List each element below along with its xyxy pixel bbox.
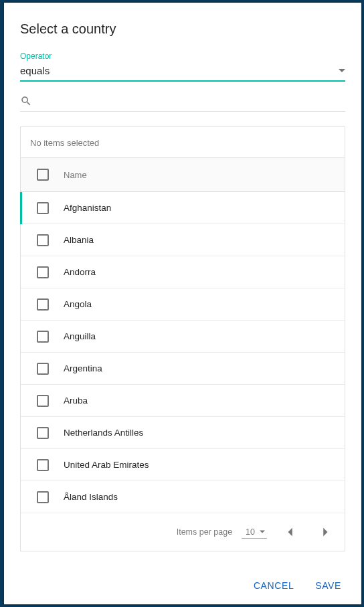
row-checkbox[interactable]	[37, 202, 49, 214]
row-label: Åland Islands	[64, 492, 118, 502]
save-button[interactable]: Save	[307, 575, 349, 596]
page-size-value: 10	[246, 527, 255, 537]
row-checkbox[interactable]	[37, 234, 49, 246]
chevron-down-icon	[339, 69, 345, 72]
dialog-actions: Cancel Save	[4, 567, 361, 604]
table-row[interactable]: Aruba	[21, 385, 345, 417]
chevron-right-icon	[323, 527, 329, 537]
next-page-button[interactable]	[312, 519, 339, 545]
row-label: United Arab Emirates	[64, 460, 149, 470]
row-label: Anguilla	[64, 331, 96, 341]
row-label: Aruba	[64, 396, 88, 406]
column-header-name: Name	[64, 170, 87, 180]
search-field[interactable]	[20, 95, 345, 112]
operator-field: Operator equals	[20, 52, 345, 82]
table-row[interactable]: Netherlands Antilles	[21, 417, 345, 449]
row-label: Argentina	[64, 363, 102, 373]
row-checkbox[interactable]	[37, 266, 49, 278]
pagination: Items per page 10	[21, 513, 345, 551]
row-label: Andorra	[64, 267, 96, 277]
country-selector-dialog: Select a country Operator equals No item…	[4, 3, 361, 604]
row-label: Netherlands Antilles	[64, 428, 143, 438]
row-label: Afghanistan	[64, 203, 111, 213]
select-all-checkbox[interactable]	[37, 169, 49, 181]
items-per-page-label: Items per page	[177, 527, 232, 537]
prev-page-button[interactable]	[276, 519, 303, 545]
dialog-content: Select a country Operator equals No item…	[4, 3, 361, 567]
row-checkbox[interactable]	[37, 331, 49, 343]
chevron-down-icon	[260, 531, 265, 533]
page-size-select[interactable]: 10	[242, 526, 267, 539]
chevron-left-icon	[286, 527, 293, 537]
table-row[interactable]: Åland Islands	[21, 481, 345, 513]
table-row[interactable]: United Arab Emirates	[21, 449, 345, 481]
operator-label: Operator	[20, 52, 345, 61]
selection-status: No items selected	[21, 127, 345, 157]
table-row[interactable]: Andorra	[21, 256, 345, 288]
cancel-button[interactable]: Cancel	[246, 575, 302, 596]
row-checkbox[interactable]	[37, 491, 49, 503]
selection-panel: No items selected Name Afghanistan Alban…	[20, 126, 345, 551]
table-row[interactable]: Anguilla	[21, 321, 345, 353]
table-row[interactable]: Afghanistan	[21, 192, 345, 224]
row-checkbox[interactable]	[37, 363, 49, 375]
row-checkbox[interactable]	[37, 298, 49, 311]
operator-select[interactable]: equals	[20, 62, 345, 82]
operator-value: equals	[20, 65, 50, 76]
row-label: Angola	[64, 299, 92, 309]
table-header: Name	[21, 157, 345, 192]
search-input[interactable]	[40, 96, 345, 106]
table-row[interactable]: Argentina	[21, 353, 345, 385]
dialog-title: Select a country	[20, 21, 345, 37]
row-checkbox[interactable]	[37, 459, 49, 471]
table-row[interactable]: Angola	[21, 288, 345, 321]
table-row[interactable]: Albania	[21, 224, 345, 256]
row-label: Albania	[64, 235, 94, 245]
search-icon	[20, 95, 32, 107]
row-checkbox[interactable]	[37, 395, 49, 407]
row-checkbox[interactable]	[37, 427, 49, 439]
